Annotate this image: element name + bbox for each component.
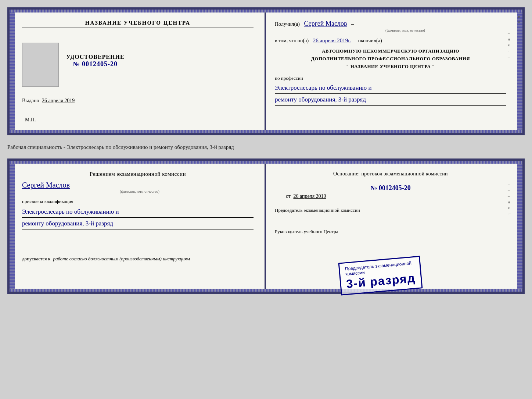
bottom-texture-strip-bottom (10, 289, 522, 292)
vertical-letters-top: – и я ← – – (508, 31, 512, 65)
rukovoditel-signature-line (275, 237, 506, 243)
osnovanie-label: Основание: протокол экзаменационной коми… (275, 171, 506, 177)
ot-date-value: 26 апреля 2019 (293, 193, 326, 199)
top-texture-strip-bottom (10, 161, 522, 164)
vydano-line: Выдано 26 апреля 2019 (22, 98, 254, 104)
ot-label: от (286, 193, 291, 199)
left-texture-strip (10, 13, 15, 130)
top-cert-left: НАЗВАНИЕ УЧЕБНОГО ЦЕНТРА УДОСТОВЕРЕНИЕ №… (15, 13, 265, 130)
right-texture-strip-top: и я (517, 13, 522, 130)
rukovoditel-block: Руководитель учебного Центра (275, 228, 506, 243)
dopuskaetsya-text: работе согласно должностным (производств… (53, 256, 190, 261)
predsedatel-block: Председатель экзаменационной комиссии (275, 207, 506, 222)
bottom-cert-left: Решением экзаменационной комиссии Сергей… (15, 164, 265, 289)
top-cert-right: Получил(а) Сергей Маслов – (фамилия, имя… (266, 13, 517, 130)
right-texture-strip-bottom (517, 164, 522, 289)
udostoverenie-title: УДОСТОВЕРЕНИЕ (66, 54, 125, 60)
resheniem-label: Решением экзаменационной комиссии (22, 171, 254, 177)
predsedatel-label: Председатель экзаменационной комиссии (275, 207, 506, 214)
photo-placeholder (22, 43, 59, 87)
org-line1: АВТОНОМНУЮ НЕКОММЕРЧЕСКУЮ ОРГАНИЗАЦИЮ (275, 47, 506, 55)
vydano-label: Выдано (22, 98, 39, 103)
rukovoditel-label: Руководитель учебного Центра (275, 228, 506, 235)
dash-top: – (351, 21, 354, 27)
vtom-date: 26 апреля 2019г. (313, 38, 351, 43)
prof-field-2: ремонту оборудования, 3-й разряд (275, 95, 506, 106)
qualification-line1: Электрослесарь по обслуживанию и (22, 207, 254, 218)
name-sublabel-top: (фамилия, имя, отчество) (304, 28, 506, 32)
vydano-date: 26 апреля 2019 (42, 98, 75, 103)
profession-line2: ремонту оборудования, 3-й разряд (275, 95, 506, 106)
vtom-line: в том, что он(а) 26 апреля 2019г. окончи… (275, 38, 506, 44)
ot-date-bottom: от 26 апреля 2019 (286, 193, 506, 199)
name-sublabel-bottom: (фамилия, имя, отчество) (26, 189, 254, 193)
org-line3: " НАЗВАНИЕ УЧЕБНОГО ЦЕНТРА " (275, 63, 506, 71)
okonchil-label: окончил(а) (358, 38, 382, 43)
bottom-certificate: Решением экзаменационной комиссии Сергей… (7, 158, 525, 294)
prisvoyena-label: присвоена квалификация (22, 199, 254, 204)
bottom-cert-right: Основание: протокол экзаменационной коми… (266, 164, 517, 289)
recipient-name-top: Сергей Маслов (304, 20, 347, 27)
page-container: НАЗВАНИЕ УЧЕБНОГО ЦЕНТРА УДОСТОВЕРЕНИЕ №… (7, 7, 525, 294)
specialty-label: Рабочая специальность - Электрослесарь п… (7, 141, 525, 153)
bottom-texture-strip-top (10, 130, 522, 133)
dopuskaetsya-block: допускается к работе согласно должностны… (22, 256, 254, 262)
predsedatel-signature-line (275, 216, 506, 222)
qualification-line2: ремонту оборудования, 3-й разряд (22, 218, 254, 229)
recipient-name-bottom: Сергей Маслов (22, 181, 70, 189)
top-certificate: НАЗВАНИЕ УЧЕБНОГО ЦЕНТРА УДОСТОВЕРЕНИЕ №… (7, 7, 525, 135)
org-block: АВТОНОМНУЮ НЕКОММЕРЧЕСКУЮ ОРГАНИЗАЦИЮ ДО… (275, 47, 506, 70)
school-name-top: НАЗВАНИЕ УЧЕБНОГО ЦЕНТРА (22, 20, 254, 28)
qual-field-2: ремонту оборудования, 3-й разряд (22, 218, 254, 229)
prof-field-1: Электрослесарь по обслуживанию и (275, 83, 506, 94)
cert-number-top: № 0012405-20 (66, 60, 125, 68)
po-professii-label: по профессии (275, 75, 506, 81)
vtom-label: в том, что он(а) (275, 38, 309, 43)
left-texture-strip-bottom (10, 164, 15, 289)
top-texture-strip (10, 10, 522, 13)
poluchil-label: Получил(а) (275, 21, 300, 27)
qual-field-1: Электрослесарь по обслуживанию и (22, 207, 254, 218)
right-vert-chars-top: и я (517, 13, 522, 26)
poluchil-line: Получил(а) Сергей Маслов – (275, 20, 506, 28)
vertical-letters-bottom: – – – и я ← – – (508, 182, 512, 228)
profession-line1: Электрослесарь по обслуживанию и (275, 83, 506, 94)
dopuskaetsya-label: допускается к (22, 256, 50, 261)
protocol-number-bottom: № 0012405-20 (275, 184, 506, 192)
org-line2: ДОПОЛНИТЕЛЬНОГО ПРОФЕССИОНАЛЬНОГО ОБРАЗО… (275, 55, 506, 63)
mp-label: М.П. (25, 117, 36, 123)
